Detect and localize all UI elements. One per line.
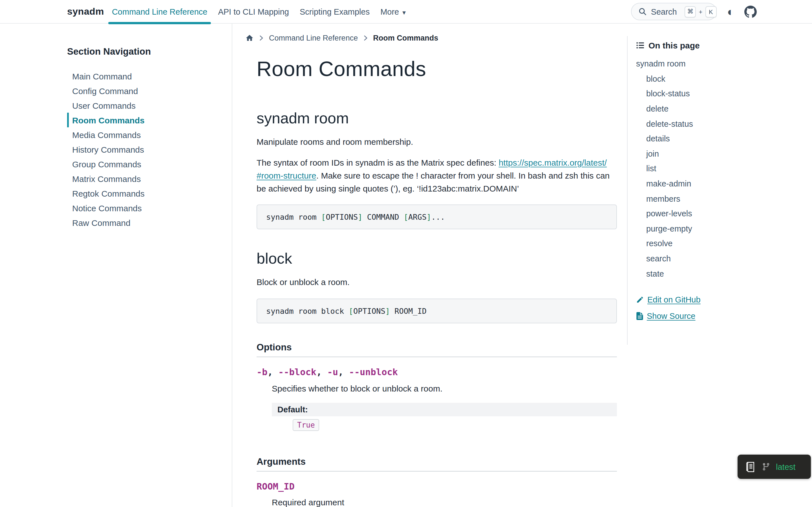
file-icon [636, 312, 644, 320]
toc-item-state[interactable]: state [636, 266, 805, 281]
breadcrumb-command-line-reference[interactable]: Command Line Reference [269, 34, 358, 42]
top-navbar: synadm Command Line Reference API to CLI… [0, 0, 812, 24]
on-this-page-toc: On this page synadm room block block-sta… [627, 36, 805, 345]
theme-half-circle-icon: ◐ [727, 6, 734, 17]
breadcrumb-current-page: Room Commands [373, 34, 438, 42]
kbd-k-key: K [705, 6, 716, 17]
toc-heading: On this page [636, 41, 805, 50]
sidebar-item-notice-commands[interactable]: Notice Commands [67, 201, 220, 215]
option-description: Specifies whether to block or unblock a … [272, 384, 617, 393]
header-nav: Command Line Reference API to CLI Mappin… [112, 5, 407, 18]
toc-extra-links: Edit on GitHub Show Source [636, 295, 805, 321]
paragraph-room-id-syntax: The syntax of room IDs in synadm is as t… [257, 156, 617, 195]
argument-description: Required argument [272, 497, 617, 507]
sidebar-item-history-commands[interactable]: History Commands [67, 142, 220, 157]
show-source-link[interactable]: Show Source [636, 312, 805, 321]
article: Room Commands synadm room Manipulate roo… [257, 57, 617, 507]
sidebar-item-main-command[interactable]: Main Command [67, 69, 220, 83]
edit-on-github-link[interactable]: Edit on GitHub [636, 295, 805, 304]
nav-command-line-reference[interactable]: Command Line Reference [112, 5, 207, 18]
heading-synadm-room: synadm room [257, 110, 617, 127]
toc-item-power-levels[interactable]: power-levels [636, 206, 805, 221]
argument-name: ROOM_ID [257, 481, 617, 492]
toc-item-resolve[interactable]: resolve [636, 236, 805, 251]
default-field-value-row: True [272, 416, 617, 431]
default-value-chip: True [293, 419, 319, 431]
breadcrumb: Command Line Reference Room Commands [245, 34, 627, 42]
toc-item-delete-status[interactable]: delete-status [636, 116, 805, 131]
version-label: latest [776, 462, 795, 471]
readthedocs-version-flyout[interactable]: latest [738, 455, 811, 479]
sidebar-nav: Main Command Config Command User Command… [67, 69, 220, 230]
paragraph: Manipulate rooms and room membership. [257, 135, 617, 149]
sidebar-item-room-commands[interactable]: Room Commands [67, 113, 220, 127]
sidebar-item-matrix-commands[interactable]: Matrix Commands [67, 171, 220, 186]
sidebar-item-user-commands[interactable]: User Commands [67, 98, 220, 113]
home-icon[interactable] [245, 34, 254, 42]
kbd-command-key: ⌘ [685, 6, 696, 17]
sidebar-item-media-commands[interactable]: Media Commands [67, 127, 220, 142]
theme-toggle-button[interactable]: ◐ [727, 6, 734, 17]
toc-item-block[interactable]: block [636, 71, 805, 86]
git-branch-icon [762, 462, 770, 471]
paragraph: Block or unblock a room. [257, 276, 617, 289]
github-link[interactable] [744, 5, 757, 18]
search-button[interactable]: Search ⌘ + K [631, 3, 717, 20]
sidebar-title: Section Navigation [67, 46, 220, 57]
github-icon [744, 5, 757, 18]
pencil-icon [636, 296, 644, 304]
options-rubric: Options [257, 342, 617, 357]
toc-item-delete[interactable]: delete [636, 101, 805, 116]
heading-block: block [257, 251, 617, 268]
option-signature: -b, --block, -u, --unblock [257, 367, 617, 378]
usage-code-block: synadm room [OPTIONS] COMMAND [ARGS]... [257, 205, 617, 230]
toc-list-icon [636, 41, 645, 50]
site-logo[interactable]: synadm [67, 6, 104, 17]
nav-more-dropdown[interactable]: More▼ [380, 5, 407, 18]
default-field-label: Default: [272, 403, 617, 416]
nav-scripting-examples[interactable]: Scripting Examples [300, 5, 370, 18]
sidebar-item-regtok-commands[interactable]: Regtok Commands [67, 186, 220, 201]
toc-item-members[interactable]: members [636, 191, 805, 206]
arguments-rubric: Arguments [257, 456, 617, 471]
breadcrumb-separator-icon [258, 35, 264, 41]
sidebar-item-config-command[interactable]: Config Command [67, 83, 220, 98]
toc-item-block-status[interactable]: block-status [636, 86, 805, 101]
toc-item-join[interactable]: join [636, 146, 805, 161]
chevron-down-icon: ▼ [401, 9, 407, 15]
toc-item-synadm-room[interactable]: synadm room [636, 56, 805, 71]
toc-item-details[interactable]: details [636, 131, 805, 146]
toc-item-make-admin[interactable]: make-admin [636, 176, 805, 191]
breadcrumb-separator-icon [362, 35, 368, 41]
toc-item-search[interactable]: search [636, 251, 805, 266]
toc-item-list[interactable]: list [636, 161, 805, 176]
sidebar-item-group-commands[interactable]: Group Commands [67, 157, 220, 171]
search-icon [639, 7, 647, 16]
nav-api-to-cli-mapping[interactable]: API to CLI Mapping [218, 5, 289, 18]
search-label: Search [651, 7, 677, 16]
page-title: Room Commands [257, 57, 617, 81]
toc-item-purge-empty[interactable]: purge-empty [636, 221, 805, 236]
usage-code-block: synadm room block [OPTIONS] ROOM_ID [257, 298, 617, 323]
page: synadm Command Line Reference API to CLI… [0, 0, 812, 507]
main-content: Command Line Reference Room Commands Roo… [232, 24, 627, 507]
toc-list: synadm room block block-status delete de… [636, 56, 805, 281]
book-icon [745, 461, 756, 472]
sidebar-item-raw-command[interactable]: Raw Command [67, 215, 220, 230]
section-navigation-sidebar: Section Navigation Main Command Config C… [0, 24, 232, 507]
